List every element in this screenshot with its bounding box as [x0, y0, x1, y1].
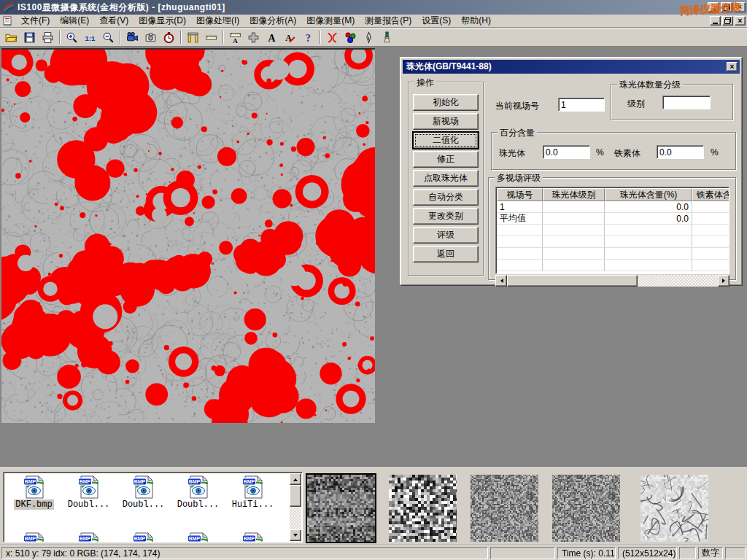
table-row[interactable] — [497, 225, 729, 236]
classify-balls-button[interactable] — [341, 29, 360, 45]
op-button-9[interactable]: 返回 — [413, 246, 479, 262]
save-button[interactable] — [20, 29, 39, 45]
restore-button[interactable] — [721, 2, 732, 12]
file-vertical-scrollbar[interactable] — [290, 473, 301, 541]
preview-thumbnail-5[interactable] — [640, 475, 708, 542]
file-item-partial[interactable]: BMP — [225, 532, 280, 542]
curve-tool-button[interactable] — [323, 29, 341, 45]
open-file-button[interactable] — [2, 29, 20, 45]
timer-button[interactable] — [160, 29, 178, 45]
scroll-up-button[interactable] — [290, 473, 301, 485]
pen-tool-button[interactable] — [360, 29, 378, 45]
op-button-7[interactable]: 更改类别 — [413, 208, 479, 225]
calibration-button[interactable]: A — [226, 29, 244, 45]
child-restore-button[interactable] — [722, 16, 733, 26]
brush-tool-button[interactable] — [378, 29, 396, 45]
rating-table[interactable]: 视场号珠光体级别珠光体含量(%)铁素体含量(%)10.0平均值0.0 — [495, 187, 729, 274]
op-button-8[interactable]: 评级 — [413, 227, 479, 244]
dialog-close-button[interactable]: × — [727, 62, 738, 71]
menu-item-7[interactable]: 图像测量(M) — [301, 15, 360, 26]
menu-item-3[interactable]: 查看(V) — [94, 15, 133, 26]
menu-item-5[interactable]: 图像处理(I) — [191, 15, 244, 26]
actual-size-icon: 1:1 — [84, 31, 96, 44]
save-icon — [23, 31, 36, 44]
dialog-title-bar[interactable]: 珠光体(GB/T9441-88) × — [403, 60, 740, 74]
op-button-1[interactable]: 初始化 — [413, 94, 479, 111]
help-button[interactable]: ? — [299, 29, 317, 45]
preview-thumbnail-3[interactable] — [471, 475, 538, 542]
print-button[interactable] — [39, 29, 57, 45]
menu-item-6[interactable]: 图像分析(A) — [244, 15, 301, 26]
grade-group: 珠光体数量分级 级别 — [611, 84, 733, 120]
table-row[interactable] — [497, 260, 729, 271]
zoom-out-button[interactable] — [99, 29, 117, 45]
file-item-partial[interactable]: BMP — [61, 532, 116, 542]
ferrite-label: 铁素体 — [614, 147, 640, 160]
close-button[interactable]: × — [734, 2, 746, 12]
status-bar: x: 510 y: 79 idx: 0 RGB: (174, 174, 174)… — [0, 545, 747, 560]
svg-text:BMP: BMP — [188, 536, 200, 541]
current-view-input[interactable] — [558, 98, 605, 112]
file-item-4[interactable]: BMPDoubl... — [171, 475, 225, 510]
table-cell — [692, 236, 729, 248]
scrollbar-thumb[interactable] — [290, 485, 301, 507]
table-horizontal-scrollbar[interactable] — [495, 275, 729, 287]
op-button-3[interactable]: 二值化 — [413, 132, 479, 149]
child-minimize-button[interactable] — [710, 16, 721, 26]
op-button-2[interactable]: 新视场 — [413, 113, 479, 130]
svg-text:1:1: 1:1 — [85, 34, 96, 42]
table-row[interactable] — [497, 236, 729, 248]
file-item-partial[interactable]: BMP — [116, 532, 171, 542]
preview-thumbnail-4[interactable] — [552, 475, 620, 542]
op-button-4[interactable]: 修正 — [413, 151, 479, 168]
classify-balls-icon — [344, 31, 357, 44]
table-row[interactable]: 平均值0.0 — [497, 213, 729, 225]
zoom-in-button[interactable] — [63, 29, 81, 45]
bmp-file-icon: BMP — [132, 475, 155, 499]
scrollbar-thumb[interactable] — [507, 275, 638, 287]
caliper-button[interactable] — [184, 29, 202, 45]
file-item-partial[interactable]: BMP — [7, 532, 61, 542]
application-window: IS100显微摄像系统(金相分析版) - [zhuguangti01] × 菏泽… — [0, 0, 747, 560]
file-item-3[interactable]: BMPDoubl... — [116, 475, 171, 510]
child-close-button[interactable]: × — [735, 16, 746, 26]
svg-text:BMP: BMP — [79, 479, 90, 484]
menu-item-2[interactable]: 编辑(E) — [55, 15, 94, 26]
table-row[interactable] — [497, 248, 729, 260]
ruler-button[interactable] — [202, 29, 220, 45]
pearlite-percent-input[interactable] — [543, 145, 590, 159]
toolbar-separator — [180, 31, 182, 44]
op-button-5[interactable]: 点取珠光体 — [413, 170, 479, 187]
op-button-6[interactable]: 自动分类 — [413, 189, 479, 206]
text-label-button[interactable]: A — [263, 29, 281, 45]
dialog-title: 珠光体(GB/T9441-88) — [406, 61, 727, 73]
menu-item-4[interactable]: 图像显示(D) — [133, 15, 191, 26]
file-item-2[interactable]: BMPDoubl... — [61, 475, 116, 510]
preview-thumbnail-1[interactable] — [307, 475, 375, 542]
grade-input[interactable] — [662, 96, 711, 109]
app-icon — [3, 1, 15, 13]
menu-item-1[interactable]: 文件(F) — [16, 15, 55, 26]
document-icon[interactable] — [1, 15, 13, 27]
scroll-down-button[interactable] — [290, 529, 301, 541]
ferrite-percent-input[interactable] — [657, 145, 704, 159]
grid-cross-button[interactable] — [244, 29, 263, 45]
table-row[interactable]: 10.0 — [497, 201, 729, 213]
timer-icon — [163, 31, 175, 44]
bmp-file-icon: BMP — [132, 532, 155, 542]
file-item-partial[interactable]: BMP — [171, 532, 225, 542]
video-capture-button[interactable] — [123, 29, 142, 45]
minimize-button[interactable] — [708, 2, 719, 12]
metallographic-image[interactable] — [1, 50, 375, 423]
scroll-right-button[interactable] — [718, 275, 729, 287]
menu-item-10[interactable]: 帮助(H) — [456, 15, 496, 26]
snapshot-button[interactable] — [142, 29, 160, 45]
preview-thumbnail-2[interactable] — [389, 475, 457, 542]
scroll-left-button[interactable] — [495, 275, 507, 287]
file-item-5[interactable]: BMPHuiTi... — [225, 475, 280, 510]
menu-item-9[interactable]: 设置(S) — [417, 15, 456, 26]
text-edit-button[interactable]: A — [281, 29, 299, 45]
file-item-1[interactable]: BMPDKF.bmp — [7, 475, 61, 510]
menu-item-8[interactable]: 测量报告(P) — [360, 15, 417, 26]
actual-size-button[interactable]: 1:1 — [81, 29, 99, 45]
